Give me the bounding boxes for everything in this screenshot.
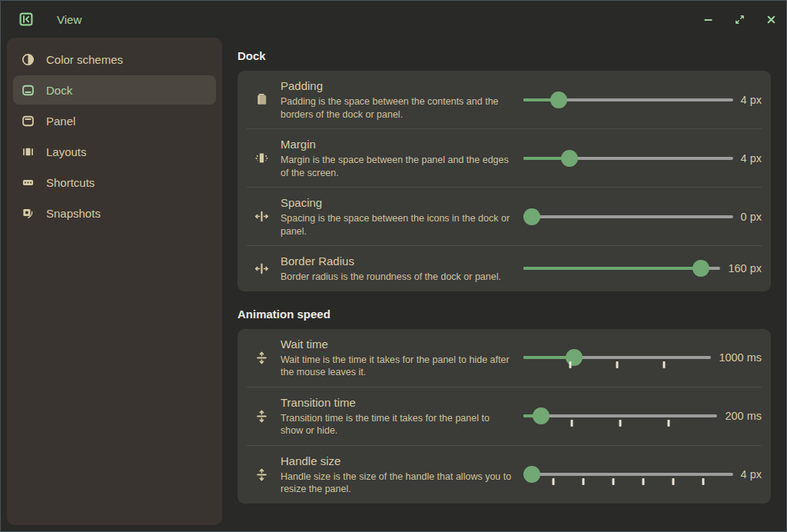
slider-tick bbox=[612, 478, 614, 485]
handle-size-slider[interactable] bbox=[523, 464, 733, 485]
titlebar: View bbox=[1, 1, 786, 38]
slider-tick bbox=[663, 361, 666, 368]
setting-row-padding: Padding Padding is the space between the… bbox=[247, 71, 762, 128]
setting-title: Border Radius bbox=[281, 254, 513, 268]
sidebar-item-dock[interactable]: Dock bbox=[13, 75, 216, 105]
window-body: Color schemes Dock Panel Layouts Shortcu… bbox=[1, 38, 786, 531]
slider-value: 4 px bbox=[741, 152, 762, 165]
split-vertical-icon bbox=[254, 351, 269, 365]
slider-value: 200 ms bbox=[725, 410, 762, 422]
setting-description: Wait time is the time it takes for the p… bbox=[281, 354, 513, 379]
shortcuts-icon bbox=[22, 176, 35, 189]
margin-icon bbox=[254, 151, 269, 165]
setting-row-wait-time: Wait time Wait time is the time it takes… bbox=[247, 329, 762, 387]
setting-row-border-radius: Border Radius Border radius is the round… bbox=[247, 245, 762, 291]
sidebar-item-label: Color schemes bbox=[46, 53, 123, 66]
sidebar-item-label: Snapshots bbox=[46, 207, 101, 220]
menu-view[interactable]: View bbox=[57, 13, 81, 26]
slider-tick bbox=[616, 361, 619, 368]
setting-title: Padding bbox=[281, 78, 513, 93]
slider-tick bbox=[552, 478, 554, 485]
setting-title: Handle size bbox=[281, 454, 513, 468]
sidebar-item-label: Dock bbox=[46, 84, 72, 97]
sidebar-item-snapshots[interactable]: Snapshots bbox=[13, 198, 216, 228]
contrast-icon bbox=[22, 53, 35, 66]
slider-tick bbox=[702, 478, 704, 485]
setting-row-handle-size: Handle size Handle size is the size of t… bbox=[247, 445, 762, 504]
slider-tick bbox=[642, 478, 644, 485]
app-logo-icon bbox=[19, 12, 33, 26]
window-controls bbox=[702, 14, 777, 25]
sidebar-item-shortcuts[interactable]: Shortcuts bbox=[13, 168, 216, 197]
slider-track[interactable] bbox=[523, 414, 717, 417]
snapshots-icon bbox=[22, 207, 35, 220]
spacing-icon bbox=[254, 209, 269, 224]
sidebar-item-label: Layouts bbox=[46, 145, 87, 158]
border-radius-slider[interactable] bbox=[523, 258, 720, 279]
wait-time-slider[interactable] bbox=[523, 347, 711, 368]
border-radius-slider-handle[interactable] bbox=[692, 260, 709, 277]
margin-slider-handle[interactable] bbox=[561, 150, 578, 167]
minimize-icon[interactable] bbox=[702, 14, 714, 25]
slider-tick bbox=[668, 420, 670, 427]
slider-tick bbox=[619, 420, 622, 427]
sidebar-item-layouts[interactable]: Layouts bbox=[13, 137, 216, 166]
close-icon[interactable] bbox=[765, 14, 777, 25]
setting-title: Wait time bbox=[281, 337, 513, 351]
settings-section: Animation speed Wait time Wait time is t… bbox=[237, 308, 771, 504]
slider-tick bbox=[672, 478, 674, 485]
settings-card: Padding Padding is the space between the… bbox=[237, 71, 771, 291]
setting-row-transition-time: Transition time Transition time is the t… bbox=[247, 387, 762, 445]
panel-icon bbox=[22, 115, 35, 128]
section-title: Animation speed bbox=[237, 308, 771, 321]
transition-time-slider[interactable] bbox=[523, 405, 717, 427]
setting-description: Handle size is the size of the handle th… bbox=[281, 470, 513, 496]
slider-tick bbox=[571, 420, 573, 427]
main-content: Dock Padding Padding is the space betwee… bbox=[222, 38, 786, 531]
setting-description: Border radius is the roundness of the do… bbox=[281, 271, 513, 284]
handle-size-slider-handle[interactable] bbox=[523, 466, 540, 483]
slider-tick bbox=[569, 361, 572, 368]
sidebar-item-label: Shortcuts bbox=[46, 176, 95, 189]
slider-value: 4 px bbox=[741, 94, 762, 106]
setting-row-margin: Margin Margin is the space between the p… bbox=[247, 128, 762, 187]
sidebar-item-label: Panel bbox=[46, 115, 75, 128]
setting-title: Margin bbox=[281, 137, 513, 151]
slider-value: 1000 ms bbox=[719, 351, 762, 364]
setting-description: Spacing is the space between the icons i… bbox=[281, 212, 513, 238]
setting-description: Transition time is the time it takes for… bbox=[281, 412, 513, 437]
setting-title: Transition time bbox=[281, 395, 513, 410]
slider-value: 0 px bbox=[741, 211, 762, 223]
setting-description: Padding is the space between the content… bbox=[281, 95, 513, 121]
sidebar: Color schemes Dock Panel Layouts Shortcu… bbox=[7, 38, 222, 525]
layouts-icon bbox=[22, 145, 35, 158]
sidebar-item-color-schemes[interactable]: Color schemes bbox=[13, 45, 216, 74]
wait-time-slider-handle[interactable] bbox=[566, 349, 583, 366]
split-vertical-icon bbox=[254, 467, 269, 482]
setting-row-spacing: Spacing Spacing is the space between the… bbox=[247, 187, 762, 245]
slider-value: 160 px bbox=[728, 262, 762, 274]
slider-tick bbox=[582, 478, 584, 485]
slider-track[interactable] bbox=[523, 473, 733, 476]
spacing-slider[interactable] bbox=[523, 206, 733, 228]
padding-slider[interactable] bbox=[523, 89, 733, 111]
padding-slider-handle[interactable] bbox=[550, 91, 567, 108]
slider-fill bbox=[523, 267, 701, 270]
settings-card: Wait time Wait time is the time it takes… bbox=[237, 329, 771, 504]
border-radius-icon bbox=[254, 261, 269, 276]
settings-window: View Color schemes Dock Panel Layouts Sh… bbox=[0, 0, 787, 532]
section-title: Dock bbox=[237, 49, 771, 62]
margin-slider[interactable] bbox=[523, 148, 733, 169]
transition-time-slider-handle[interactable] bbox=[533, 407, 550, 424]
maximize-icon[interactable] bbox=[734, 14, 745, 25]
sidebar-item-panel[interactable]: Panel bbox=[13, 106, 216, 135]
setting-description: Margin is the space between the panel an… bbox=[281, 154, 513, 179]
spacing-slider-handle[interactable] bbox=[523, 208, 540, 225]
slider-track[interactable] bbox=[523, 215, 733, 218]
slider-value: 4 px bbox=[741, 468, 762, 480]
settings-section: Dock Padding Padding is the space betwee… bbox=[237, 49, 771, 291]
setting-title: Spacing bbox=[281, 195, 513, 210]
split-vertical-icon bbox=[254, 409, 269, 424]
padding-icon bbox=[254, 92, 269, 107]
dock-icon bbox=[22, 84, 35, 97]
